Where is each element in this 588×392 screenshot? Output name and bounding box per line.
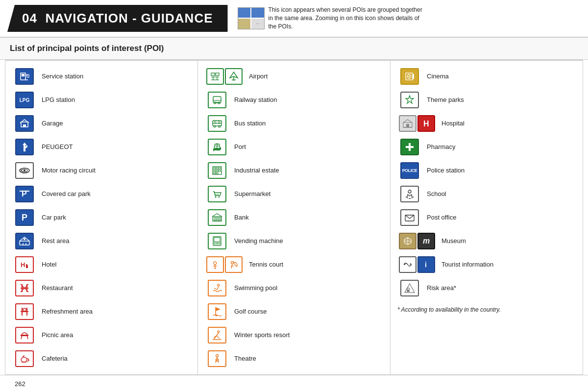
theme-parks-icon [397,91,422,109]
tourist-info-icon: i [397,255,437,274]
page-header: 04 NAVIGATION - GUIDANCE ··· This icon a… [0,0,588,38]
cinema-label: Cinema [427,73,449,81]
svg-rect-75 [214,243,217,244]
tennis-court-label: Tennis court [249,261,283,269]
cluster-cell-2 [251,8,264,18]
winter-sports-label: Winter sports resort [234,331,290,340]
svg-rect-42 [213,97,221,102]
list-item: Airport [203,65,385,88]
airport-label: Airport [249,73,268,81]
list-item: Picnic area [10,323,193,347]
svg-point-102 [408,190,411,193]
list-item: Post office [395,206,578,229]
tourist-info-label: Tourist information [441,261,493,269]
svg-text:H: H [21,261,25,269]
svg-rect-56 [214,168,216,169]
svg-rect-72 [219,218,220,220]
list-item: Industrial estate [203,159,385,182]
school-label: School [427,190,446,198]
svg-rect-34 [211,73,215,75]
museum-icon: m [397,232,437,250]
svg-rect-60 [216,170,218,172]
lpg-station-icon: LPG [12,91,37,109]
supermarket-icon [205,185,229,203]
list-item: Theme parks [395,88,578,112]
list-item: LPG LPG station [10,88,193,112]
section-title: List of principal points of interest (PO… [0,38,588,60]
svg-point-32 [21,357,27,362]
svg-rect-61 [219,170,220,172]
poi-column-2: Airport Railway station [198,61,391,374]
svg-rect-58 [219,168,220,169]
golf-course-icon [205,302,229,321]
pharmacy-icon [397,138,422,156]
svg-rect-71 [217,218,218,220]
golf-course-label: Golf course [234,308,267,316]
list-item: Garage [10,112,193,135]
risk-area-label: Risk area* [427,284,456,293]
page-number: 262 [10,378,30,390]
svg-point-84 [218,284,220,286]
garage-label: Garage [42,120,63,128]
poi-columns: Service station LPG LPG station Garage [5,60,583,374]
list-item: Supermarket [203,182,385,206]
svg-rect-1 [22,74,24,76]
svg-rect-6 [23,124,26,127]
list-item: Cafeteria [10,347,193,370]
svg-text:P: P [22,213,27,222]
svg-rect-62 [214,172,216,174]
poi-column-1: Service station LPG LPG station Garage [5,61,198,374]
svg-rect-59 [214,170,216,172]
service-station-label: Service station [42,73,83,81]
car-park-icon: P [12,208,37,227]
list-item: Railway station [203,88,385,112]
svg-point-9 [24,170,25,172]
svg-point-16 [24,238,25,240]
picnic-area-icon [12,326,37,344]
car-park-label: Car park [42,214,66,222]
cafeteria-icon [12,349,37,368]
covered-car-park-label: Covered car park [42,190,91,198]
post-office-label: Post office [427,214,456,222]
cinema-icon [397,67,422,86]
motor-racing-icon [12,161,37,180]
svg-point-65 [219,196,220,198]
chapter-title-text: NAVIGATION - GUIDANCE [45,11,213,25]
list-item: i Tourist information [395,253,578,276]
vending-machine-icon [205,232,229,250]
police-station-icon: POLICE [397,161,422,180]
svg-text:i: i [425,261,427,269]
hospital-icon: H [397,114,437,133]
service-station-icon [12,67,37,86]
svg-rect-15 [20,241,29,245]
museum-label: Museum [441,237,466,245]
svg-point-86 [216,315,218,317]
list-item: Service station [10,65,193,88]
svg-rect-74 [214,238,220,242]
port-label: Port [234,143,246,151]
list-item: Cinema [395,65,578,88]
risk-area-icon [397,279,422,297]
industrial-estate-label: Industrial estate [234,167,279,175]
cafeteria-label: Cafeteria [42,355,68,363]
bus-station-label: Bus station [234,120,266,128]
list-item: Swimming pool [203,276,385,300]
svg-rect-63 [216,172,218,174]
svg-rect-52 [218,122,220,123]
svg-text:H: H [423,120,429,128]
picnic-area-label: Picnic area [42,331,73,340]
pharmacy-label: Pharmacy [427,143,456,151]
list-item: Restaurant [10,276,193,300]
poi-column-3: Cinema Theme parks [391,61,583,374]
lpg-station-label: LPG station [42,96,75,104]
list-item: PEUGEOT [10,135,193,159]
cluster-icon: ··· [238,7,265,29]
swimming-pool-label: Swimming pool [234,284,277,293]
peugeot-icon [12,138,37,156]
refreshment-area-label: Refreshment area [42,308,93,316]
swimming-pool-icon [205,279,229,297]
list-item: Rest area [10,229,193,253]
cluster-cell-4: ··· [251,19,264,29]
list-item: Bank [203,206,385,229]
list-item: Port [203,135,385,159]
